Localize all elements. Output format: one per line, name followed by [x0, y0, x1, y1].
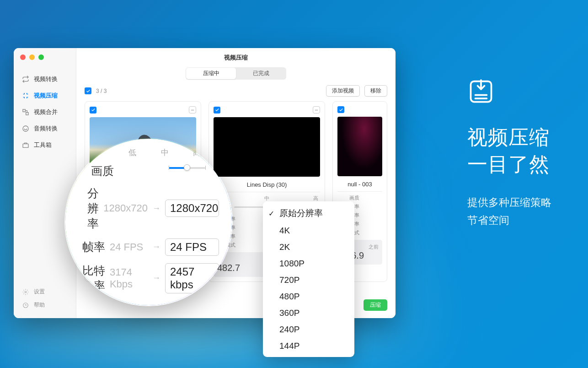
dropdown-option[interactable]: 2K [263, 239, 354, 255]
card-checkbox[interactable] [214, 107, 220, 114]
sidebar-settings[interactable]: 设置 [14, 285, 76, 298]
sidebar-item-label: 视频转换 [34, 75, 58, 83]
select-all-checkbox[interactable] [85, 87, 91, 94]
video-thumbnail [337, 117, 382, 176]
svg-rect-0 [23, 109, 25, 112]
marketing-heading-2: 一目了然 [467, 151, 551, 178]
sidebar-item-label: 音频转换 [34, 124, 58, 133]
dropdown-option[interactable]: 4K [263, 222, 354, 239]
quality-slider[interactable] [169, 164, 205, 171]
audio-icon [22, 125, 29, 132]
marketing-heading-1: 视频压缩 [467, 124, 551, 151]
sidebar-item-video-merge[interactable]: 视频合并 [14, 104, 76, 120]
quality-high-label: 高 [313, 195, 318, 202]
tab-compressing[interactable]: 压缩中 [186, 68, 236, 79]
card-checkbox[interactable] [90, 107, 96, 114]
arrow-right-icon: → [152, 204, 160, 213]
resolution-original: 1280x720 [103, 202, 148, 214]
sidebar-help[interactable]: 帮助 [14, 298, 76, 312]
compress-icon [22, 92, 29, 99]
minimize-window-button[interactable] [29, 54, 35, 60]
resolution-dropdown: ✓原始分辨率 4K 2K 1080P 720P 480P 360P 240P 1… [263, 201, 354, 357]
convert-icon [22, 76, 29, 83]
sidebar-item-video-convert[interactable]: 视频转换 [14, 71, 76, 87]
compress-button[interactable]: 压缩 [363, 299, 387, 311]
resolution-select[interactable]: 1280x720 [165, 200, 219, 217]
toolbar: 3 / 3 添加视频 移除 [76, 82, 396, 101]
dropdown-option[interactable]: 720P [263, 272, 354, 288]
marketing-copy: 视频压缩 一目了然 提供多种压缩策略 节省空间 [467, 78, 551, 229]
dropdown-option[interactable]: 360P [263, 305, 354, 321]
card-remove-button[interactable]: − [313, 106, 320, 114]
maximize-window-button[interactable] [38, 54, 44, 60]
magnifier-lens: 低 中 高 画质 分辨率 1280x720 → 1280x720 帧率 24 F… [64, 137, 233, 307]
svg-rect-1 [26, 113, 28, 115]
traffic-lights [20, 54, 44, 60]
svg-point-2 [23, 126, 28, 131]
selection-count: 3 / 3 [96, 88, 107, 94]
video-title: Lines Disp (30) [214, 181, 320, 188]
sidebar-item-label: 工具箱 [34, 141, 52, 149]
fps-original: 24 FPS [110, 241, 148, 253]
dropdown-option[interactable]: ✓原始分辨率 [263, 204, 354, 222]
quality-mid-label: 中 [264, 195, 269, 202]
dropdown-option[interactable]: 480P [263, 288, 354, 305]
marketing-sub-2: 节省空间 [467, 211, 551, 229]
card-checkbox[interactable] [337, 106, 344, 113]
sidebar: 视频转换 视频压缩 视频合并 音频转换 工具箱 设置 帮助 [14, 48, 76, 318]
quality-label: 画质 [337, 195, 359, 201]
quality-low-label: 低 [128, 147, 136, 158]
fps-select[interactable]: 24 FPS [165, 238, 219, 256]
dropdown-option[interactable]: 240P [263, 321, 354, 338]
add-video-button[interactable]: 添加视频 [326, 85, 360, 97]
card-remove-button[interactable]: − [189, 106, 196, 114]
resolution-label: 分辨率 [78, 186, 99, 231]
window-title: 视频压缩 [76, 48, 396, 67]
sidebar-item-toolbox[interactable]: 工具箱 [14, 137, 76, 153]
check-icon: ✓ [268, 209, 274, 218]
tab-done[interactable]: 已完成 [236, 68, 286, 79]
help-label: 帮助 [34, 301, 45, 309]
remove-button[interactable]: 移除 [364, 85, 387, 97]
fps-label: 帧率 [78, 239, 105, 254]
bitrate-original: 3174 Kbps [110, 266, 148, 290]
video-thumbnail [214, 117, 320, 177]
close-window-button[interactable] [20, 54, 26, 60]
merge-icon [22, 108, 29, 116]
dropdown-option[interactable]: 144P [263, 338, 354, 354]
gear-icon [22, 288, 29, 296]
compress-app-icon [467, 78, 495, 105]
settings-label: 设置 [34, 288, 45, 296]
sidebar-item-video-compress[interactable]: 视频压缩 [14, 87, 76, 104]
toolbox-icon [22, 141, 29, 149]
marketing-sub-1: 提供多种压缩策略 [467, 194, 551, 211]
video-title: null - 003 [337, 181, 382, 188]
dropdown-option[interactable]: 1080P [263, 255, 354, 272]
sidebar-item-label: 视频合并 [34, 108, 58, 116]
arrow-right-icon: → [152, 273, 160, 283]
svg-point-4 [25, 291, 27, 293]
sidebar-item-audio-convert[interactable]: 音频转换 [14, 120, 76, 137]
svg-rect-3 [23, 144, 28, 147]
sidebar-item-label: 视频压缩 [34, 92, 58, 100]
quality-mid-label: 中 [161, 147, 169, 158]
arrow-right-icon: → [152, 242, 160, 252]
help-icon [22, 302, 29, 309]
tab-segmented-control: 压缩中 已完成 [186, 67, 286, 80]
